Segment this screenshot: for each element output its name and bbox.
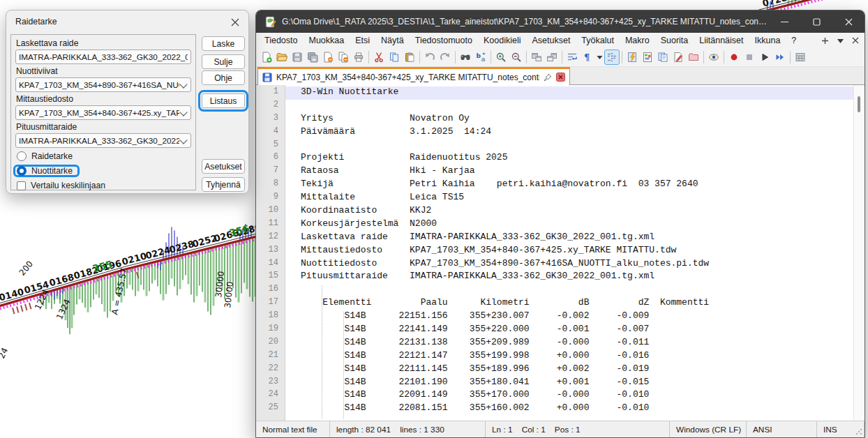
- editor-line: S14B 22111.145 355+189.996 +0.002 -0.019: [285, 363, 853, 377]
- tabbar: KPA7_1703_KM_354+840-367+425_xy_TARKE MI…: [256, 67, 865, 85]
- laskettava-raide-input[interactable]: IMATRA-PARIKKALA_333-362_GK30_2022_001.t…: [15, 50, 191, 64]
- menu-ikkuna[interactable]: Ikkuna: [749, 34, 786, 47]
- menu-liitnniset[interactable]: Liitännäiset: [694, 34, 749, 47]
- mittaustiedosto-combobox[interactable]: KPA7_1703_KM_354+840-367+425.xy_TARKE MI…: [15, 105, 191, 120]
- menu-tiedosto[interactable]: Tiedosto: [259, 34, 303, 47]
- stop-macro-icon[interactable]: [742, 50, 757, 65]
- chevron-down-icon[interactable]: [179, 109, 188, 117]
- menu-etsi[interactable]: Etsi: [350, 34, 375, 47]
- menu-tykalut[interactable]: Työkalut: [576, 34, 620, 47]
- radio-raidetarke[interactable]: Raidetarke: [16, 150, 76, 163]
- indent-guide-line: [322, 285, 322, 418]
- close-all-icon[interactable]: [336, 50, 351, 65]
- status-doc-type: Normal text file: [256, 421, 330, 437]
- sulje-button[interactable]: Sulje: [202, 54, 245, 69]
- scrollbar-thumb[interactable]: [858, 96, 860, 112]
- document-map-icon[interactable]: [640, 50, 655, 65]
- document-list-icon[interactable]: [655, 50, 671, 65]
- save-macro-icon[interactable]: [793, 50, 808, 65]
- nuottiviivat-combobox[interactable]: KPA7_1703_KM_354+890-367+416SA_NUOTTI_al…: [15, 77, 191, 92]
- paragraph-dropdown-icon[interactable]: [595, 50, 604, 65]
- menu-?[interactable]: ?: [786, 34, 802, 47]
- zoom-out-icon[interactable]: [509, 50, 524, 65]
- toolbar-separator: [491, 51, 491, 63]
- svg-text:0728: 0728: [761, 0, 788, 8]
- menu-asetukset[interactable]: Asetukset: [526, 34, 576, 47]
- record-macro-icon[interactable]: [726, 50, 742, 65]
- editor-line: Yritys Novatron Oy: [285, 113, 853, 126]
- word-wrap-icon[interactable]: [564, 50, 580, 65]
- asetukset-button[interactable]: Asetukset: [202, 159, 245, 174]
- maximize-button[interactable]: [800, 10, 832, 33]
- find-icon[interactable]: [458, 50, 473, 65]
- status-encoding[interactable]: ANSI: [747, 421, 817, 437]
- open-file-icon[interactable]: [274, 50, 290, 65]
- undo-icon[interactable]: [422, 50, 437, 65]
- laske-button[interactable]: Laske: [202, 36, 245, 51]
- chevron-down-icon[interactable]: [179, 81, 188, 89]
- status-cursor-position: Ln : 1 Col : 1 Pos : 1: [486, 421, 670, 437]
- replace-icon[interactable]: ba: [473, 50, 488, 65]
- indent-guide-icon[interactable]: [604, 50, 620, 65]
- menubar-plus-icon[interactable]: [818, 34, 831, 47]
- menu-muokkaa[interactable]: Muokkaa: [303, 34, 350, 47]
- run-macro-multiple-icon[interactable]: [772, 50, 788, 65]
- minimize-button[interactable]: [768, 10, 800, 33]
- monitoring-icon[interactable]: [706, 50, 721, 65]
- line-number: 10: [256, 205, 285, 218]
- chevron-down-icon[interactable]: [179, 137, 188, 145]
- sync-vertical-icon[interactable]: [529, 50, 544, 65]
- saved-file-icon: [262, 73, 272, 82]
- menu-makro[interactable]: Makro: [620, 34, 655, 47]
- line-number: 23: [256, 377, 285, 390]
- checkbox-vertailu-keskilinjaan[interactable]: Vertailu keskilinjaan: [16, 179, 109, 192]
- close-tab-icon[interactable]: [556, 73, 565, 82]
- cut-icon[interactable]: [371, 50, 387, 65]
- post-it-icon[interactable]: [671, 50, 686, 65]
- radio-nuottitarke[interactable]: Nuottitarke: [13, 165, 80, 177]
- editor-line: [285, 284, 853, 297]
- line-number: 3: [256, 113, 285, 126]
- field-label-mittaustiedosto: Mittaustiedosto: [16, 94, 191, 104]
- editor-line: Pituusmittaraide IMATRA-PARIKKALA_333-36…: [285, 271, 853, 284]
- save-icon[interactable]: [290, 50, 305, 65]
- vertical-scrollbar[interactable]: [853, 85, 865, 421]
- menu-koodikieli[interactable]: Koodikieli: [478, 34, 527, 47]
- print-icon[interactable]: [351, 50, 366, 65]
- save-all-icon[interactable]: [305, 50, 320, 65]
- copy-icon[interactable]: [387, 50, 402, 65]
- resize-grip[interactable]: [855, 428, 862, 435]
- menubar-dropdown-icon[interactable]: [834, 34, 846, 47]
- line-number: 6: [256, 152, 285, 165]
- paste-icon[interactable]: [402, 50, 417, 65]
- titlebar[interactable]: G:\Oma Drive\1_RATA 2025\3_DESTIA\1_Tark…: [256, 10, 865, 33]
- status-eol-format[interactable]: Windows (CR LF): [670, 421, 747, 437]
- menu-suorita[interactable]: Suorita: [655, 34, 694, 47]
- close-file-icon[interactable]: [320, 50, 336, 65]
- menu-tiedostomuoto[interactable]: Tiedostomuoto: [410, 34, 478, 47]
- dialog-close-icon[interactable]: [229, 16, 241, 29]
- line-number: 8: [256, 179, 285, 192]
- show-all-characters-icon[interactable]: ¶: [580, 50, 595, 65]
- menubar-close-icon[interactable]: [849, 34, 862, 47]
- function-list-icon[interactable]: [624, 50, 640, 65]
- tyhjenna-button[interactable]: Tyhjennä: [202, 177, 245, 192]
- editor-line: Mittalaite Leica TS15: [285, 192, 853, 205]
- tab-active[interactable]: KPA7_1703_KM_354+840-367+425_xy_TARKE MI…: [257, 67, 570, 85]
- new-file-icon[interactable]: [259, 50, 274, 65]
- sync-horizontal-icon[interactable]: [544, 50, 560, 65]
- close-button[interactable]: [832, 10, 865, 33]
- editor[interactable]: 1234567891011121314151617181920212223242…: [256, 85, 865, 421]
- listaus-button[interactable]: Listaus: [202, 93, 245, 108]
- pituusmittaraide-combobox[interactable]: IMATRA-PARIKKALA_333-362_GK30_2022_001.t…: [15, 133, 191, 148]
- svg-text:355: 355: [91, 258, 114, 274]
- text-area[interactable]: 3D-Win NuottitarkeYritys Novatron OyPäiv…: [285, 85, 853, 421]
- line-number-gutter: 1234567891011121314151617181920212223242…: [256, 85, 285, 421]
- redo-icon[interactable]: [437, 50, 453, 65]
- pin-tab-icon[interactable]: [544, 73, 552, 82]
- playback-macro-icon[interactable]: [757, 50, 772, 65]
- folder-as-workspace-icon[interactable]: [686, 50, 701, 65]
- zoom-in-icon[interactable]: [493, 50, 509, 65]
- ohje-button[interactable]: Ohje: [202, 70, 245, 85]
- menu-nyt[interactable]: Näytä: [375, 34, 410, 47]
